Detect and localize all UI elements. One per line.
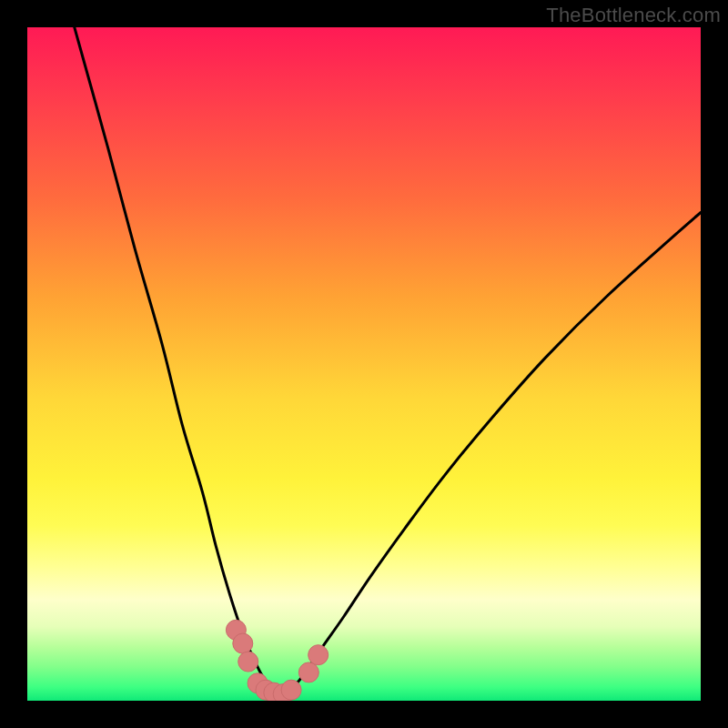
- trough-marker: [238, 652, 258, 672]
- trough-marker: [308, 645, 329, 665]
- right-curve: [280, 213, 702, 698]
- outer-frame: TheBottleneck.com: [0, 0, 728, 728]
- plot-area: [27, 27, 701, 701]
- chart-svg: [27, 27, 701, 701]
- marker-layer: [226, 620, 328, 701]
- watermark-text: TheBottleneck.com: [546, 4, 721, 27]
- left-curve: [75, 27, 280, 697]
- trough-marker: [298, 662, 318, 682]
- trough-marker: [281, 680, 301, 700]
- trough-marker: [233, 633, 253, 653]
- curve-layer: [75, 27, 701, 697]
